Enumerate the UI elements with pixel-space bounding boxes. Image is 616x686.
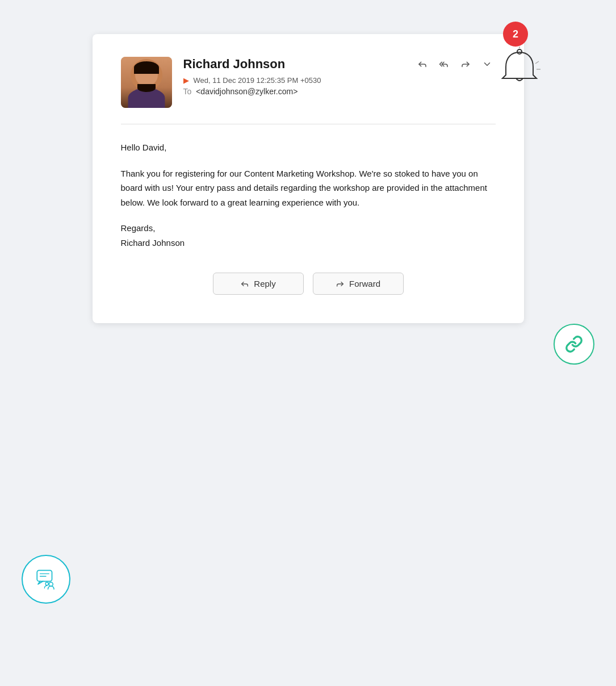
forward-footer-icon — [336, 279, 345, 288]
closing-text: Regards, Richard Johnson — [121, 221, 496, 250]
greeting-line: Hello David, — [121, 140, 496, 155]
header-divider — [121, 124, 496, 124]
email-footer: Reply Forward — [121, 273, 496, 295]
link-circle-button[interactable] — [554, 324, 594, 365]
to-address: <davidjohnson@zylker.com> — [196, 87, 297, 96]
chat-users-icon — [34, 567, 58, 591]
reply-button[interactable] — [414, 57, 431, 72]
email-meta: Richard Johnson — [183, 57, 496, 96]
signature-name: Richard Johnson — [121, 238, 185, 248]
reply-button-footer[interactable]: Reply — [213, 273, 304, 295]
to-label: To — [183, 87, 192, 96]
forward-nav-icon — [460, 59, 471, 69]
reply-footer-icon — [240, 279, 249, 288]
svg-line-2 — [535, 61, 539, 64]
svg-point-8 — [45, 582, 48, 585]
sender-avatar — [121, 57, 172, 108]
notification-badge[interactable]: 2 — [503, 22, 528, 47]
link-icon — [565, 335, 583, 353]
email-card: Richard Johnson — [93, 34, 524, 323]
page-background: 2 — [0, 0, 616, 686]
chevron-down-icon — [482, 59, 492, 69]
email-header: Richard Johnson — [121, 57, 496, 108]
email-actions — [414, 57, 496, 72]
svg-point-7 — [49, 582, 53, 586]
reply-label: Reply — [254, 279, 275, 288]
to-row: To <davidjohnson@zylker.com> — [183, 87, 496, 96]
regards-line: Regards, — [121, 223, 156, 233]
reply-icon — [417, 59, 428, 69]
svg-rect-4 — [37, 570, 52, 581]
notification-count: 2 — [513, 28, 518, 40]
more-options-button[interactable] — [479, 57, 496, 72]
forward-button-footer[interactable]: Forward — [313, 273, 404, 295]
forward-nav-button[interactable] — [457, 57, 474, 72]
email-date: Wed, 11 Dec 2019 12:25:35 PM +0530 — [194, 76, 321, 85]
email-body: Hello David, Thank you for registering f… — [121, 140, 496, 250]
forward-label: Forward — [349, 279, 380, 288]
body-text: Thank you for registering for our Conten… — [121, 166, 496, 210]
bell-illustration — [497, 40, 542, 85]
sender-row: Richard Johnson — [183, 57, 496, 72]
flag-icon: ▶ — [183, 76, 189, 85]
sender-name: Richard Johnson — [183, 57, 286, 72]
chat-circle-button[interactable] — [22, 555, 70, 604]
reply-all-icon — [439, 59, 449, 69]
date-row: ▶ Wed, 11 Dec 2019 12:25:35 PM +0530 — [183, 76, 496, 85]
reply-all-button[interactable] — [435, 57, 452, 72]
